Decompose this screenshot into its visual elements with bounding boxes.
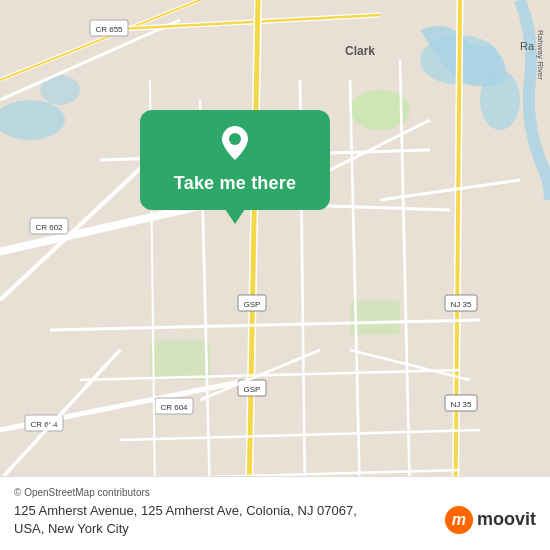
- svg-text:CR 602: CR 602: [35, 223, 63, 232]
- svg-point-56: [229, 133, 241, 145]
- svg-text:NJ 35: NJ 35: [451, 300, 472, 309]
- address-text: 125 Amherst Avenue, 125 Amherst Ave, Col…: [14, 502, 384, 538]
- svg-text:Rahway River: Rahway River: [536, 30, 545, 80]
- svg-text:Clark: Clark: [345, 44, 375, 58]
- svg-text:NJ 35: NJ 35: [451, 400, 472, 409]
- svg-rect-7: [350, 300, 400, 335]
- attribution: © OpenStreetMap contributors: [14, 487, 536, 498]
- bottom-bar: © OpenStreetMap contributors 125 Amherst…: [0, 476, 550, 550]
- svg-text:CR 655: CR 655: [95, 25, 123, 34]
- svg-text:GSP: GSP: [244, 385, 261, 394]
- svg-rect-6: [150, 340, 210, 380]
- svg-text:Ra: Ra: [520, 40, 535, 52]
- callout-box: Take me there: [140, 110, 330, 210]
- svg-text:CR 604: CR 604: [160, 403, 188, 412]
- callout-overlay: Take me there: [140, 110, 330, 210]
- location-pin-icon: [220, 124, 250, 162]
- attribution-text: © OpenStreetMap contributors: [14, 487, 150, 498]
- svg-text:GSP: GSP: [244, 300, 261, 309]
- take-me-there-button[interactable]: Take me there: [166, 169, 304, 198]
- moovit-logo: m moovit: [445, 506, 536, 534]
- moovit-icon: m: [445, 506, 473, 534]
- map-container: CR 655 CR 602 CR 604 CR 604 GSP GSP NJ 3…: [0, 0, 550, 550]
- moovit-brand-name: moovit: [477, 509, 536, 530]
